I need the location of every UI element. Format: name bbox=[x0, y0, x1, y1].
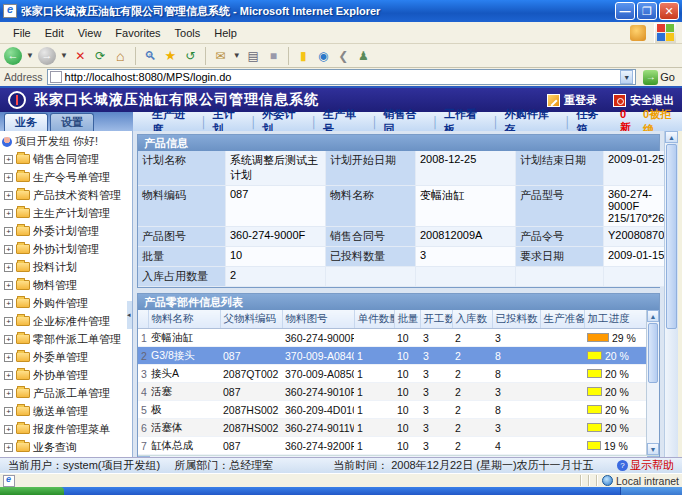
parts-vertical-scrollbar[interactable]: ▲ ▼ bbox=[646, 310, 659, 455]
sidebar-item-11[interactable]: +零部件派工单管理 bbox=[0, 330, 132, 348]
menu-help[interactable]: Help bbox=[207, 25, 244, 41]
tab-business[interactable]: 业务 bbox=[4, 113, 48, 131]
sidebar-item-3[interactable]: +产品技术资料管理 bbox=[0, 186, 132, 204]
mail-icon[interactable]: ✉ bbox=[212, 48, 229, 64]
column-header[interactable]: 已投料数 bbox=[492, 310, 540, 329]
scroll-down-icon[interactable]: ▼ bbox=[647, 443, 659, 455]
sidebar-item-6[interactable]: +外协计划管理 bbox=[0, 240, 132, 258]
close-button[interactable]: ✕ bbox=[659, 2, 679, 20]
sidebar-item-18[interactable]: +业务更改 bbox=[0, 456, 132, 457]
relogin-button[interactable]: 重登录 bbox=[547, 93, 597, 108]
minimize-button[interactable]: — bbox=[615, 2, 635, 20]
sidebar-item-15[interactable]: +缴送单管理 bbox=[0, 402, 132, 420]
expand-icon[interactable]: + bbox=[4, 245, 13, 254]
tab-settings[interactable]: 设置 bbox=[50, 113, 94, 131]
column-header[interactable]: 生产准备 bbox=[540, 310, 584, 329]
sidebar-item-13[interactable]: +外协单管理 bbox=[0, 366, 132, 384]
edit-icon[interactable]: ■ bbox=[265, 48, 282, 64]
people-icon[interactable]: ♟ bbox=[355, 48, 372, 64]
history-icon[interactable]: ↺ bbox=[182, 48, 199, 64]
sidebar-collapse-handle[interactable]: ◂ bbox=[127, 301, 132, 329]
expand-icon[interactable]: + bbox=[4, 425, 13, 434]
sidebar-item-5[interactable]: +外委计划管理 bbox=[0, 222, 132, 240]
expand-icon[interactable]: + bbox=[4, 173, 13, 182]
expand-icon[interactable]: + bbox=[4, 317, 13, 326]
sidebar-item-10[interactable]: +企业标准件管理 bbox=[0, 312, 132, 330]
menu-tools[interactable]: Tools bbox=[168, 25, 208, 41]
menu-favorites[interactable]: Favorites bbox=[108, 25, 167, 41]
sidebar-item-16[interactable]: +报废件管理菜单 bbox=[0, 420, 132, 438]
sidebar-item-17[interactable]: +业务查询 bbox=[0, 438, 132, 456]
stop-icon[interactable]: ✕ bbox=[72, 48, 89, 64]
address-dropdown[interactable]: ▼ bbox=[620, 70, 633, 84]
expand-icon[interactable]: + bbox=[4, 155, 13, 164]
back-button[interactable]: ← bbox=[4, 47, 22, 65]
cell: 1 bbox=[354, 401, 394, 419]
table-row[interactable]: 4活塞087360-274-9010F11032320 % bbox=[138, 383, 646, 401]
start-button[interactable] bbox=[0, 487, 64, 495]
scroll-up-icon[interactable]: ▲ bbox=[647, 310, 659, 322]
forward-button[interactable]: → bbox=[38, 47, 56, 65]
column-header[interactable]: 开工数 bbox=[420, 310, 452, 329]
go-button[interactable]: → Go bbox=[640, 70, 678, 85]
user-icon bbox=[2, 137, 12, 147]
menu-file[interactable]: File bbox=[6, 25, 38, 41]
sidebar-item-1[interactable]: +销售合同管理 bbox=[0, 150, 132, 168]
address-input[interactable]: http://localhost:8080/MPS/login.do ▼ bbox=[47, 69, 637, 85]
expand-icon[interactable]: + bbox=[4, 371, 13, 380]
table-row[interactable]: 6活塞体2087HS002360-274-9011W11032320 % bbox=[138, 419, 646, 437]
print-icon[interactable]: ▤ bbox=[245, 48, 262, 64]
column-header[interactable]: 物料图号 bbox=[282, 310, 354, 329]
column-header[interactable] bbox=[138, 310, 148, 329]
menu-view[interactable]: View bbox=[71, 25, 109, 41]
tool-extra-icon[interactable]: ❮ bbox=[335, 48, 352, 64]
sidebar-item-9[interactable]: +外购件管理 bbox=[0, 294, 132, 312]
messenger-icon[interactable]: ◉ bbox=[315, 48, 332, 64]
table-row[interactable]: 3接头A2087QT002370-009-A085011032820 % bbox=[138, 365, 646, 383]
forward-dropdown[interactable]: ▼ bbox=[59, 51, 69, 60]
maximize-button[interactable]: ❐ bbox=[637, 2, 657, 20]
menu-bar: File Edit View Favorites Tools Help bbox=[0, 22, 682, 44]
mail-dropdown[interactable]: ▼ bbox=[232, 51, 242, 60]
windows-taskbar[interactable] bbox=[0, 487, 682, 495]
column-header[interactable]: 父物料编码 bbox=[220, 310, 282, 329]
home-icon[interactable]: ⌂ bbox=[112, 48, 129, 64]
expand-icon[interactable]: + bbox=[4, 191, 13, 200]
page-vertical-scrollbar[interactable]: ▲ bbox=[664, 131, 678, 457]
table-row[interactable]: 5极2087HS002360-209-4D01011032820 % bbox=[138, 401, 646, 419]
expand-icon[interactable]: + bbox=[4, 299, 13, 308]
expand-icon[interactable]: + bbox=[4, 389, 13, 398]
show-help-link[interactable]: ? 显示帮助 bbox=[617, 458, 674, 473]
sidebar-item-14[interactable]: +产品派工单管理 bbox=[0, 384, 132, 402]
column-header[interactable]: 单件数量 bbox=[354, 310, 394, 329]
column-header[interactable]: 入库数 bbox=[452, 310, 492, 329]
column-header[interactable]: 批量 bbox=[394, 310, 420, 329]
expand-icon[interactable]: + bbox=[4, 227, 13, 236]
column-header[interactable]: 物料名称 bbox=[148, 310, 220, 329]
scroll-up-icon[interactable]: ▲ bbox=[665, 131, 678, 143]
table-row[interactable]: 2G3/8接头087370-009-A084011032820 % bbox=[138, 347, 646, 365]
logout-button[interactable]: 安全退出 bbox=[613, 93, 674, 108]
expand-icon[interactable]: + bbox=[4, 443, 13, 452]
expand-icon[interactable]: + bbox=[4, 209, 13, 218]
sidebar-item-12[interactable]: +外委单管理 bbox=[0, 348, 132, 366]
search-icon[interactable]: 🔍︎ bbox=[142, 48, 159, 64]
expand-icon[interactable]: + bbox=[4, 281, 13, 290]
expand-icon[interactable]: + bbox=[4, 353, 13, 362]
column-header[interactable]: 加工进度 bbox=[584, 310, 646, 329]
table-row[interactable]: 1变幅油缸360-274-9000F1032329 % bbox=[138, 329, 646, 347]
back-dropdown[interactable]: ▼ bbox=[25, 51, 35, 60]
expand-icon[interactable]: + bbox=[4, 335, 13, 344]
notes-icon[interactable]: ▮ bbox=[295, 48, 312, 64]
sidebar-item-2[interactable]: +生产令号单管理 bbox=[0, 168, 132, 186]
menu-edit[interactable]: Edit bbox=[38, 25, 71, 41]
refresh-icon[interactable]: ⟳ bbox=[92, 48, 109, 64]
addon-icon[interactable] bbox=[630, 25, 646, 41]
sidebar-item-7[interactable]: +投料计划 bbox=[0, 258, 132, 276]
sidebar-item-4[interactable]: +主生产计划管理 bbox=[0, 204, 132, 222]
expand-icon[interactable]: + bbox=[4, 407, 13, 416]
sidebar-item-8[interactable]: +物料管理 bbox=[0, 276, 132, 294]
favorites-icon[interactable]: ★ bbox=[162, 48, 179, 64]
table-row[interactable]: 7缸体总成087360-274-9200F11032419 % bbox=[138, 437, 646, 455]
expand-icon[interactable]: + bbox=[4, 263, 13, 272]
